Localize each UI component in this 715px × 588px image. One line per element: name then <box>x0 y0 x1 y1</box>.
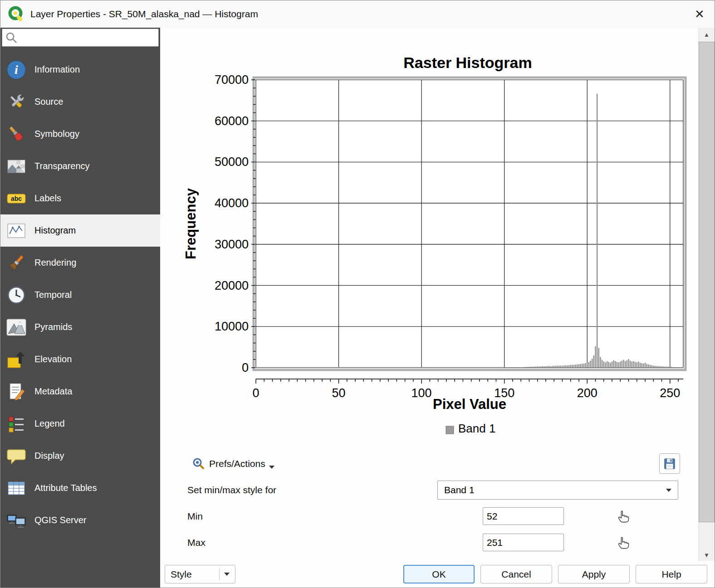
sidebar-item-label: Display <box>34 451 64 461</box>
sidebar-item-label: Rendering <box>34 258 76 268</box>
sidebar-item-rendering[interactable]: Rendering <box>0 247 160 279</box>
svg-text:200: 200 <box>577 386 597 400</box>
set-minmax-label: Set min/max style for <box>187 485 276 496</box>
chart-title: Raster Histogram <box>250 54 686 72</box>
svg-text:60000: 60000 <box>215 114 249 128</box>
qgis-logo-icon <box>7 5 24 23</box>
sidebar-item-legend[interactable]: Legend <box>0 408 160 440</box>
pointing-hand-icon <box>616 534 632 550</box>
metadata-icon <box>6 382 26 402</box>
sidebar-item-label: Pyramids <box>34 322 72 332</box>
sidebar-search-input[interactable] <box>2 29 158 46</box>
temporal-icon <box>6 285 26 305</box>
sidebar-item-display[interactable]: Display <box>0 440 160 472</box>
scroll-down-arrow[interactable]: ▼ <box>699 548 715 562</box>
band-select-value: Band 1 <box>444 485 666 496</box>
pick-min-from-canvas-button[interactable] <box>615 507 632 525</box>
svg-text:50000: 50000 <box>215 155 249 169</box>
sidebar-item-source[interactable]: Source <box>0 86 160 118</box>
chevron-down-icon <box>224 573 230 576</box>
svg-text:0: 0 <box>252 386 259 400</box>
sidebar-item-pyramids[interactable]: Pyramids <box>0 311 160 343</box>
style-button[interactable]: Style <box>165 565 235 583</box>
sidebar-item-label: Information <box>34 64 80 75</box>
sidebar-item-label: Histogram <box>34 225 76 236</box>
close-button[interactable]: ✕ <box>685 0 715 28</box>
sidebar-item-attribute-tables[interactable]: Attribute Tables <box>0 472 160 504</box>
svg-text:40000: 40000 <box>215 196 249 210</box>
window-title: Layer Properties - SR_50M_alaska_nad — H… <box>30 9 258 19</box>
max-input[interactable] <box>483 534 564 551</box>
sidebar-search <box>2 29 159 47</box>
sidebar-item-label: Symbology <box>34 129 79 139</box>
rendering-icon <box>6 253 26 273</box>
min-label: Min <box>187 511 203 522</box>
min-input[interactable] <box>483 507 564 525</box>
titlebar: Layer Properties - SR_50M_alaska_nad — H… <box>0 0 715 28</box>
svg-text:100: 100 <box>411 386 432 400</box>
pyramids-icon <box>6 317 26 337</box>
layer-properties-dialog: Layer Properties - SR_50M_alaska_nad — H… <box>0 0 715 588</box>
legend-icon <box>6 414 26 434</box>
svg-text:Band 1: Band 1 <box>458 422 495 435</box>
svg-text:20000: 20000 <box>215 279 249 292</box>
sidebar-item-label: Temporal <box>34 290 72 300</box>
sidebar-item-qgis-server[interactable]: QGIS Server <box>0 504 160 536</box>
sidebar-item-label: Source <box>34 97 63 107</box>
sidebar-item-metadata[interactable]: Metadata <box>0 375 160 408</box>
apply-button[interactable]: Apply <box>558 565 630 583</box>
labels-icon: abc <box>6 189 26 209</box>
symbology-icon <box>6 124 26 144</box>
svg-text:Frequency: Frequency <box>183 188 199 259</box>
sidebar-item-histogram[interactable]: Histogram <box>0 214 160 247</box>
sidebar-item-label: Legend <box>34 418 65 429</box>
sidebar-items: i Information Source <box>0 53 160 536</box>
sidebar-item-labels[interactable]: abc Labels <box>0 182 160 214</box>
pick-max-from-canvas-button[interactable] <box>615 534 632 551</box>
chevron-down-icon <box>269 466 274 469</box>
style-button-label: Style <box>171 569 192 580</box>
raster-histogram-chart[interactable]: 0100002000030000400005000060000700000501… <box>182 75 688 438</box>
sidebar-item-label: Transparency <box>34 161 90 171</box>
vertical-scrollbar[interactable]: ▲ ▼ <box>698 28 715 562</box>
svg-text:10000: 10000 <box>215 320 249 333</box>
sidebar-item-elevation[interactable]: Elevation <box>0 343 160 375</box>
svg-text:0: 0 <box>242 361 249 374</box>
sidebar-item-label: Attribute Tables <box>34 483 97 493</box>
svg-text:abc: abc <box>11 195 22 202</box>
cancel-button[interactable]: Cancel <box>480 565 552 583</box>
elevation-icon <box>6 350 26 369</box>
transparency-icon <box>6 156 26 176</box>
sidebar-item-label: Metadata <box>34 386 72 397</box>
scrollbar-thumb[interactable] <box>699 42 715 522</box>
footer-bar: Style OK Cancel Apply Help <box>160 561 715 588</box>
save-histogram-button[interactable] <box>659 453 680 474</box>
info-icon: i <box>6 60 26 80</box>
sidebar-item-label: QGIS Server <box>34 515 86 525</box>
sidebar-item-symbology[interactable]: Symbology <box>0 118 160 150</box>
band-select[interactable]: Band 1 <box>437 481 678 500</box>
sidebar-item-label: Elevation <box>34 354 72 364</box>
scroll-up-arrow[interactable]: ▲ <box>699 28 715 41</box>
sidebar-item-transparency[interactable]: Transparency <box>0 150 160 182</box>
histogram-icon <box>6 221 26 241</box>
chevron-down-icon <box>666 489 671 492</box>
attribute-tables-icon <box>6 478 26 498</box>
qgis-server-icon <box>6 510 26 530</box>
save-icon <box>663 457 676 471</box>
ok-button[interactable]: OK <box>403 565 475 583</box>
help-button[interactable]: Help <box>636 565 707 583</box>
source-icon <box>6 92 26 112</box>
pointing-hand-icon <box>616 507 632 524</box>
display-icon <box>6 446 26 466</box>
svg-text:i: i <box>15 63 18 77</box>
svg-text:Pixel Value: Pixel Value <box>433 396 506 412</box>
max-label: Max <box>187 537 206 548</box>
sidebar-item-information[interactable]: i Information <box>0 53 160 86</box>
prefs-actions-button[interactable]: Prefs/Actions <box>186 454 279 474</box>
sidebar: i Information Source <box>0 28 160 588</box>
main-panel: Raster Histogram 01000020000300004000050… <box>160 28 698 561</box>
svg-text:250: 250 <box>660 386 680 400</box>
sidebar-item-temporal[interactable]: Temporal <box>0 279 160 311</box>
svg-text:30000: 30000 <box>215 238 249 251</box>
